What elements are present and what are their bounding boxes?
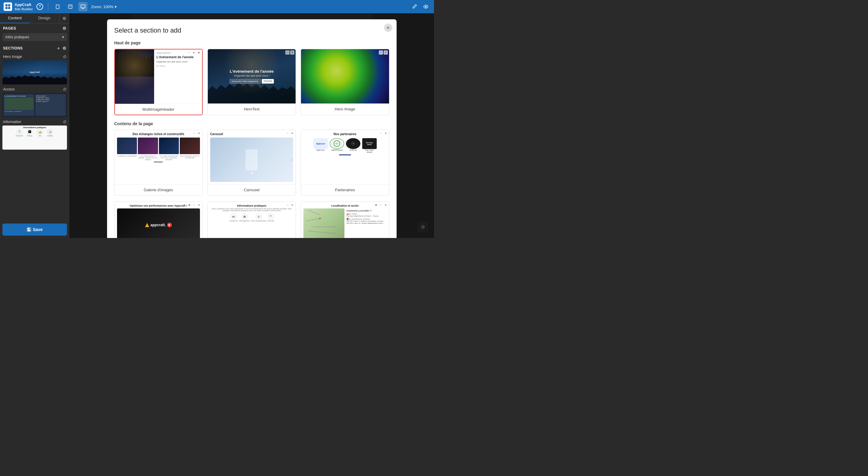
section-card-infos-pratiques[interactable]: ⋯ ▾ Informations pratiques Nous souhaito… <box>208 202 296 238</box>
carousel-nav-icon[interactable]: › <box>291 158 292 162</box>
carousel-preview: ⋯ ▾ Carousel ✦ › <box>208 130 296 184</box>
section-card-carousel[interactable]: ⋯ ▾ Carousel ✦ › Car <box>208 130 296 196</box>
svg-rect-4 <box>56 5 59 9</box>
futurworld-name: The Futur World <box>362 149 377 153</box>
herotext-btn2: S'inscrire <box>262 79 274 84</box>
galerie-chevron-icon: ▾ <box>197 131 201 136</box>
main-layout: Content Design ⚙ PAGES Infos pratiques ▾… <box>0 13 434 238</box>
section-access-header: Access <box>0 86 69 93</box>
section-hero-header: Hero Image <box>0 53 69 60</box>
modal-overlay: ✕ Select a section to add Haut de page <box>69 13 434 238</box>
herotext-title: L'événement de l'année <box>230 69 274 73</box>
local-text: Comment y accéder ? 🚗 En voiture Parking… <box>346 208 386 238</box>
herotext-buttons: Découvrez notre programme S'inscrire <box>229 79 274 84</box>
infos-dots-icon: ⋯ <box>285 203 289 207</box>
bookmark-button[interactable] <box>53 2 62 11</box>
carousel-label: Carousel <box>208 184 296 195</box>
local-grid: 📍 Comment y accéder ? <box>303 208 386 238</box>
section-item-access: Access Localisation et accès Comment y a… <box>0 86 69 117</box>
section-hero-gear-icon[interactable] <box>62 54 66 59</box>
part-dots-icon: ⋯ <box>379 131 383 136</box>
multi-subtitle: Organisé rien que pour vous ! <box>157 60 200 63</box>
pages-gear-icon[interactable] <box>62 26 67 31</box>
info-icon-securite: 🛡 Sécurité <box>268 213 274 222</box>
section-information-gear-icon[interactable] <box>62 119 66 124</box>
appcraft-branding: appcraft. <box>145 222 172 228</box>
local-metro-1: Parking Indigo Bords de Seine – Freyss..… <box>346 215 386 217</box>
section-card-multi-image-header[interactable]: ⋯ ▾ ⚙ #AppCraft2023 L'événement de l'ann… <box>114 49 203 115</box>
tab-design[interactable]: Design <box>30 13 59 23</box>
section-card-hero-image[interactable]: ⋯ ▾ Hero Image <box>301 49 389 115</box>
section-card-optimise[interactable]: ⊞ ⋯ ▾ Optimisez vos performances avec Ap… <box>114 202 203 238</box>
svg-rect-15 <box>28 230 30 231</box>
multi-right-panel: ⋯ ▾ ⚙ #AppCraft2023 L'événement de l'ann… <box>154 50 202 104</box>
svg-rect-0 <box>5 4 7 6</box>
local-chevron-icon: ▾ <box>384 203 388 207</box>
help-button[interactable]: ? <box>36 3 43 10</box>
modal-section-contenu-label: Contenu de la page <box>114 121 390 126</box>
galerie-label: Galerie d'images <box>115 184 203 195</box>
tab-content[interactable]: Content <box>0 13 30 23</box>
card-preview-heroimage: ⋯ ▾ <box>301 49 389 103</box>
partner-logos: MyEvent MyEvent SaferPlanet <box>303 138 386 153</box>
heroimage-dots-icon: ⋯ <box>379 50 383 55</box>
carousel-main: ✦ › <box>210 138 293 182</box>
card-preview-multi: ⋯ ▾ ⚙ #AppCraft2023 L'événement de l'ann… <box>115 50 202 104</box>
zoom-selector[interactable]: Zoom: 100% ▾ <box>91 4 117 9</box>
carousel-sparkle-icon: ✦ <box>250 170 254 176</box>
preview-button[interactable] <box>421 2 430 11</box>
herotext-chevron-icon: ▾ <box>290 50 294 55</box>
partner-myevent: MyEvent MyEvent <box>313 138 328 153</box>
sections-plus-icon[interactable]: + <box>57 46 60 51</box>
save-label: Save <box>33 227 43 232</box>
section-card-galerie[interactable]: ⋯ ▾ Des échanges riches et constructifs <box>114 130 203 196</box>
save-button[interactable]: Save <box>2 224 67 236</box>
pages-dropdown[interactable]: Infos pratiques ▾ <box>2 33 67 41</box>
app-name-area: AppCraft Site Builder <box>14 2 33 11</box>
card-preview-herotext: ⋯ ▾ L'événement de l'année Organisé rien… <box>208 49 296 103</box>
card-preview-carousel: ⋯ ▾ Carousel ✦ › <box>208 130 296 184</box>
tenu-label: Tenu vestimentaire <box>251 220 266 222</box>
herotext-dots-icon: ⋯ <box>285 50 289 55</box>
local-car: 🚗 En voiture <box>346 213 386 215</box>
pages-button[interactable] <box>66 2 75 11</box>
section-hero-preview[interactable]: AppCraft <box>2 60 67 85</box>
sections-actions: + <box>57 46 66 51</box>
section-card-hero-text[interactable]: ⋯ ▾ L'événement de l'année Organisé rien… <box>208 49 296 115</box>
multi-image-header-preview: ⋯ ▾ ⚙ #AppCraft2023 L'événement de l'ann… <box>115 50 202 104</box>
section-access-preview[interactable]: Localisation et accès Comment y accéder … <box>2 93 67 117</box>
info-icon-transports: 🚌 Transports <box>229 213 238 222</box>
svg-point-19 <box>352 143 354 144</box>
heroimage-overlay <box>301 49 389 103</box>
myevent-name: MyEvent <box>313 149 328 151</box>
sections-gear-icon[interactable] <box>62 46 67 51</box>
section-information-preview[interactable]: Informations pratiques 👕 Dresscode 🅿 Par… <box>2 125 67 150</box>
saferplanet-logo <box>330 138 344 149</box>
edit-button[interactable] <box>410 2 419 11</box>
optimise-grid-icon: ⊞ <box>187 203 191 207</box>
section-information-header: Information <box>0 118 69 125</box>
carousel-title: Carousel <box>210 132 223 136</box>
svg-rect-8 <box>81 5 85 8</box>
tenu-icon: 👔 <box>256 213 262 219</box>
galerie-thumb-4 <box>180 138 200 154</box>
optimise-dots-icon: ⋯ <box>192 203 196 207</box>
pages-chevron: ▾ <box>62 35 64 39</box>
infos-main-title: Informations pratiques <box>210 204 293 207</box>
galerie-title: Des échanges riches et constructifs <box>117 132 200 136</box>
infos-sub-text: Nous souhaitons que votre participation … <box>210 208 293 211</box>
section-card-partenaires[interactable]: ⋯ ▾ Nos partenaires MyEvent MyEvent <box>301 130 389 196</box>
monitor-button[interactable] <box>79 2 88 11</box>
zoom-label: Zoom: 100% <box>91 4 114 9</box>
section-card-localisation[interactable]: ⊞ ⋯ ▾ Localisation et accès 📍 <box>301 202 389 238</box>
carousel-chevron-icon: ▾ <box>290 131 294 136</box>
modal-close-button[interactable]: ✕ <box>384 24 392 32</box>
infos-card-icons: ⋯ ▾ <box>285 203 294 207</box>
select-section-modal: ✕ Select a section to add Haut de page <box>107 19 397 238</box>
section-access-gear-icon[interactable] <box>62 87 66 92</box>
local-map: 📍 <box>303 208 344 238</box>
herotext-btn1: Découvrez notre programme <box>229 79 260 84</box>
galerie-thumb-3 <box>159 138 179 154</box>
tab-settings-button[interactable]: ⚙ <box>59 13 69 23</box>
herotext-card-icons: ⋯ ▾ <box>285 50 294 55</box>
